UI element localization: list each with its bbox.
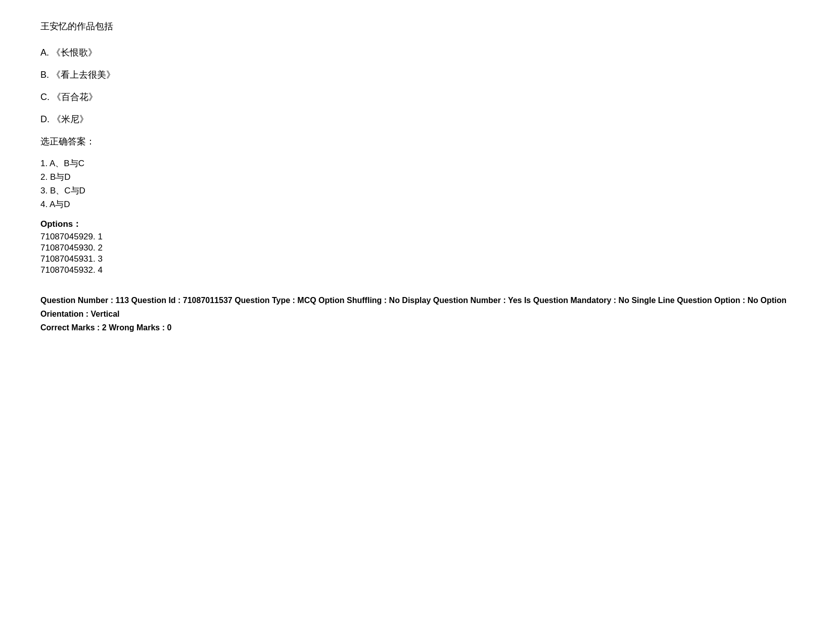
question-container: 王安忆的作品包括 A. 《长恨歌》 B. 《看上去很美》 C. 《百合花》 D.… <box>40 20 794 335</box>
answer-3-number: 3. <box>40 186 48 195</box>
option-d-value: 《米尼》 <box>52 114 88 124</box>
answer-item-1: 1. A、B与C <box>40 158 794 169</box>
answer-item-2: 2. B与D <box>40 171 794 183</box>
answer-item-4: 4. A与D <box>40 199 794 210</box>
option-c-label: C. <box>40 92 50 102</box>
answer-item-3: 3. B、C与D <box>40 185 794 196</box>
meta-line2: Correct Marks : 2 Wrong Marks : 0 <box>40 321 794 334</box>
option-b: B. 《看上去很美》 <box>40 69 794 81</box>
option-id-4: 71087045932. 4 <box>40 265 794 275</box>
meta-section: Question Number : 113 Question Id : 7108… <box>40 293 794 335</box>
option-c-value: 《百合花》 <box>52 92 98 102</box>
answer-2-text: B与D <box>50 172 71 182</box>
option-b-label: B. <box>40 70 49 80</box>
option-a-value: 《长恨歌》 <box>52 47 97 58</box>
option-id-1: 71087045929. 1 <box>40 232 794 242</box>
answer-list: 1. A、B与C 2. B与D 3. B、C与D 4. A与D <box>40 158 794 210</box>
meta-line1: Question Number : 113 Question Id : 7108… <box>40 293 794 321</box>
answer-1-text: A、B与C <box>50 159 84 168</box>
option-id-2: 71087045930. 2 <box>40 243 794 253</box>
question-text: 王安忆的作品包括 <box>40 20 794 32</box>
answer-2-number: 2. <box>40 172 48 182</box>
option-b-value: 《看上去很美》 <box>52 70 115 80</box>
option-d-label: D. <box>40 114 50 124</box>
answer-4-text: A与D <box>50 200 70 209</box>
option-c: C. 《百合花》 <box>40 91 794 103</box>
option-d: D. 《米尼》 <box>40 113 794 125</box>
option-a-label: A. <box>40 47 49 58</box>
option-a: A. 《长恨歌》 <box>40 46 794 59</box>
answer-4-number: 4. <box>40 200 48 209</box>
option-id-3: 71087045931. 3 <box>40 254 794 264</box>
options-label: Options： <box>40 218 794 230</box>
answer-1-number: 1. <box>40 159 48 168</box>
options-section: Options： 71087045929. 1 71087045930. 2 7… <box>40 218 794 275</box>
select-correct-label: 选正确答案： <box>40 135 794 147</box>
answer-3-text: B、C与D <box>50 186 85 195</box>
